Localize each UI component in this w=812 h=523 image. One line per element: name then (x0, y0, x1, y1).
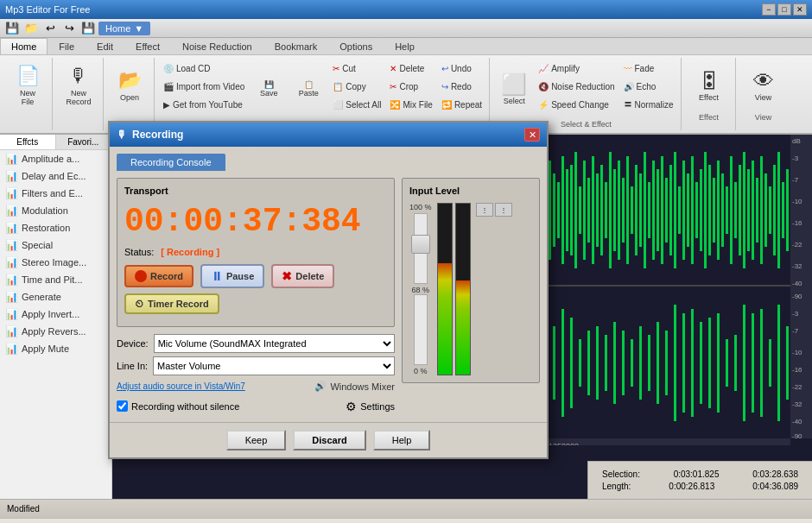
dialog-panels: Transport 00:00:37:384 Status: [ Recordi… (117, 178, 540, 415)
dialog-footer: Keep Discard Help (110, 422, 547, 457)
transport-section: Transport 00:00:37:384 Status: [ Recordi… (117, 178, 395, 327)
record-dot-icon (135, 270, 147, 282)
level-fill-right (456, 280, 470, 375)
record-button[interactable]: Record (124, 265, 193, 287)
dialog-body: Recording Console Transport 00:00:37:384… (110, 147, 547, 422)
transport-panel: Transport 00:00:37:384 Status: [ Recordi… (117, 178, 395, 415)
windows-mixer-button[interactable]: 🔊 Windows Mixer (314, 381, 395, 392)
input-level-section: Input Level 100 % 68 % 0 % (402, 178, 540, 383)
pause-button[interactable]: ⏸ Pause (200, 264, 264, 288)
device-row: Device: Mic Volume (SoundMAX Integrated (117, 334, 395, 353)
meter-config-button[interactable]: ⋮ (476, 203, 493, 217)
adjust-audio-link[interactable]: Adjust audio source in Vista/Win7 (117, 381, 245, 391)
silence-checkbox[interactable] (117, 400, 128, 412)
line-in-row: Line In: Master Volume (117, 356, 395, 375)
level-100-label: 100 % (409, 203, 432, 211)
status-row: Status: [ Recording ] (124, 247, 387, 257)
timer-display: 00:00:37:384 (124, 203, 387, 240)
dialog-overlay: 🎙 Recording ✕ Recording Console Transpor… (0, 0, 812, 523)
pause-icon: ⏸ (211, 269, 223, 283)
level-meter-left (437, 203, 453, 375)
extra-controls: ⋮ ⋮ (476, 203, 512, 217)
input-level-title: Input Level (409, 186, 532, 196)
meter-buttons: ⋮ ⋮ (476, 203, 512, 217)
input-level-panel: Input Level 100 % 68 % 0 % (402, 178, 540, 415)
help-button[interactable]: Help (373, 430, 431, 451)
meter-config-button2[interactable]: ⋮ (495, 203, 512, 217)
level-0-label: 0 % (414, 367, 428, 375)
speaker-icon: 🔊 (314, 381, 327, 392)
slider-thumb[interactable] (411, 235, 430, 254)
dialog-title-icon: 🎙 (117, 129, 127, 141)
volume-slider-container: 100 % 68 % 0 % (409, 203, 432, 375)
gear-icon: ⚙ (346, 400, 357, 413)
silence-label: Recording without silence (131, 401, 239, 412)
level-meter-right (455, 203, 471, 375)
timer-record-row: ⏲ Timer Record (124, 293, 387, 314)
dialog-title-bar: 🎙 Recording ✕ (110, 123, 547, 147)
slider-track (414, 213, 428, 284)
device-select[interactable]: Mic Volume (SoundMAX Integrated (154, 334, 395, 353)
timer-icon: ⏲ (135, 299, 144, 309)
keep-button[interactable]: Keep (226, 430, 287, 451)
line-in-select[interactable]: Master Volume (153, 356, 395, 375)
recording-dialog: 🎙 Recording ✕ Recording Console Transpor… (108, 121, 549, 459)
delete-x-icon: ✖ (282, 269, 292, 283)
timer-record-button[interactable]: ⏲ Timer Record (124, 293, 219, 314)
delete-button[interactable]: ✖ Delete (271, 264, 334, 288)
discard-button[interactable]: Discard (293, 430, 365, 451)
recording-status: [ Recording ] (161, 247, 219, 257)
transport-title: Transport (124, 186, 387, 196)
status-label: Status: (124, 247, 154, 257)
level-68-label: 68 % (412, 286, 430, 294)
slider-track-lower (414, 294, 428, 365)
line-in-label: Line In: (117, 361, 148, 371)
level-fill-left (438, 263, 452, 375)
dialog-close-button[interactable]: ✕ (524, 128, 540, 142)
level-meters (437, 203, 471, 375)
transport-buttons: Record ⏸ Pause ✖ Delete (124, 264, 387, 288)
settings-button[interactable]: ⚙ Settings (346, 400, 395, 413)
device-label: Device: (117, 338, 149, 349)
silence-checkbox-row: Recording without silence (117, 400, 239, 412)
dialog-tab[interactable]: Recording Console (117, 154, 225, 171)
dialog-title-text: Recording (132, 129, 183, 141)
